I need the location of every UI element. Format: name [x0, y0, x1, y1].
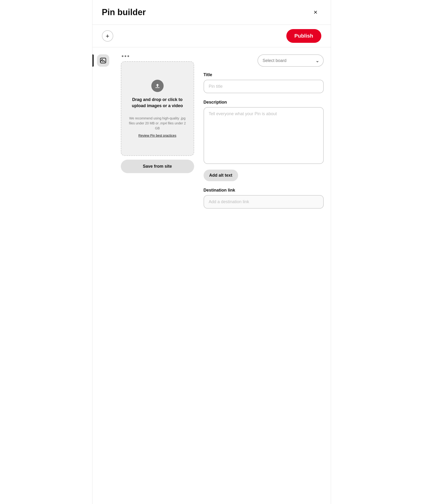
image-tab-button[interactable] — [97, 54, 109, 67]
save-from-site-button[interactable]: Save from site — [121, 160, 194, 173]
description-textarea[interactable] — [203, 107, 324, 164]
modal-header: Pin builder × — [92, 0, 331, 24]
main-panel: Drag and drop or click to upload images … — [114, 52, 331, 468]
nav-active-indicator — [92, 54, 94, 67]
add-button[interactable]: + — [102, 30, 113, 42]
destination-link-label: Destination link — [203, 188, 324, 193]
content-area: Drag and drop or click to upload images … — [92, 47, 331, 473]
select-board-container: Select board ⌄ — [257, 54, 324, 67]
dot1 — [122, 55, 123, 57]
upload-hint: We recommend using high-quality .jpg fil… — [127, 116, 188, 131]
left-column: Drag and drop or click to upload images … — [121, 54, 194, 466]
image-icon — [100, 57, 106, 64]
upload-area[interactable]: Drag and drop or click to upload images … — [121, 61, 194, 156]
title-label: Title — [203, 72, 324, 77]
page-title: Pin builder — [102, 7, 146, 17]
right-column: Select board ⌄ Title Description Add alt… — [203, 54, 324, 466]
left-nav — [92, 52, 114, 468]
upload-icon-circle — [151, 80, 164, 92]
publish-button[interactable]: Publish — [286, 29, 321, 43]
close-button[interactable]: × — [310, 7, 321, 18]
toolbar: + Publish — [92, 25, 331, 47]
select-board[interactable]: Select board — [257, 54, 324, 67]
upload-arrow-icon — [155, 83, 161, 89]
title-input[interactable] — [203, 80, 324, 93]
upload-title: Drag and drop or click to upload images … — [127, 97, 188, 108]
dot3 — [127, 55, 129, 57]
destination-link-input[interactable] — [203, 195, 324, 209]
review-link[interactable]: Review Pin best practices — [138, 134, 176, 138]
more-options-button[interactable] — [121, 54, 194, 58]
select-board-wrapper: Select board ⌄ — [203, 54, 324, 67]
dot2 — [125, 55, 126, 57]
description-label: Description — [203, 100, 324, 105]
add-alt-text-button[interactable]: Add alt text — [203, 170, 238, 181]
